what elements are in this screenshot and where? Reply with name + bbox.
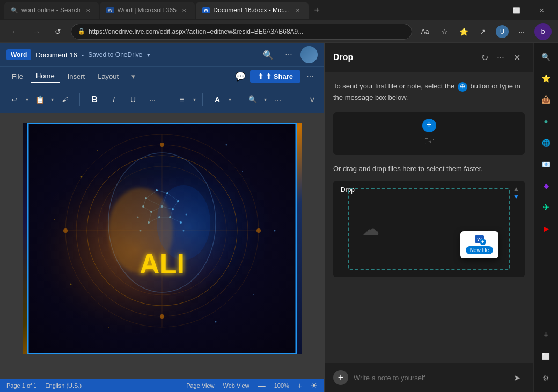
back-button[interactable]: ←: [6, 23, 24, 40]
page-view-btn[interactable]: Page View: [186, 382, 214, 389]
italic-button[interactable]: I: [106, 92, 122, 108]
drag-drop-section: Or drag and drop files here to select th…: [333, 164, 525, 175]
drop-body: To send your first file or note, select …: [325, 72, 533, 363]
note-input[interactable]: [354, 374, 503, 382]
reader-view-button[interactable]: Aa: [416, 23, 434, 40]
tab-word365[interactable]: W Word | Microsoft 365 ✕: [100, 2, 195, 19]
paste-button[interactable]: 📋: [32, 92, 48, 108]
url-bar[interactable]: 🔒 https://onedrive.live.com/edit.aspx?ac…: [71, 24, 412, 40]
drop-panel: Drop ↻ ··· ✕ To send your first file or …: [324, 43, 533, 392]
tab-word365-label: Word | Microsoft 365: [118, 6, 177, 14]
tab-search[interactable]: 🔍 word online - Search ✕: [4, 2, 99, 19]
comment-button[interactable]: 💬: [233, 69, 248, 84]
file-card: W + New file: [460, 231, 499, 258]
sidebar-icon-wallet[interactable]: 👜: [537, 90, 556, 109]
font-color-group: A ▾: [209, 92, 231, 108]
menu-home[interactable]: Home: [31, 70, 60, 83]
title-search-button[interactable]: 🔍: [260, 47, 277, 62]
favorites-button[interactable]: ☆: [436, 23, 453, 40]
save-chevron[interactable]: ▾: [147, 51, 150, 58]
ribbon-more-button[interactable]: ···: [270, 92, 286, 108]
maximize-button[interactable]: ⬜: [504, 2, 529, 19]
language-status[interactable]: English (U.S.): [45, 382, 82, 389]
web-view-btn[interactable]: Web View: [223, 382, 249, 389]
svg-point-52: [242, 171, 243, 172]
sidebar-icon-youtube[interactable]: ▶: [537, 219, 556, 238]
share-address-button[interactable]: ↗: [474, 23, 491, 40]
url-text: https://onedrive.live.com/edit.aspx?acti…: [89, 28, 405, 35]
user-avatar[interactable]: [300, 46, 318, 63]
cursor-pointer-icon: ☞: [424, 135, 435, 149]
font-more-button[interactable]: ···: [144, 92, 160, 108]
find-button[interactable]: 🔍: [245, 92, 261, 108]
doc-save-status[interactable]: Saved to OneDrive: [88, 51, 142, 58]
address-bar: ← → ↺ 🔒 https://onedrive.live.com/edit.a…: [0, 20, 558, 43]
drop-intro: To send your first file or note, select …: [333, 81, 525, 103]
file-card-icon-area: W +: [475, 235, 484, 243]
sidebar-add-button[interactable]: +: [537, 326, 556, 345]
new-file-badge[interactable]: New file: [466, 246, 494, 254]
close-button[interactable]: ✕: [529, 2, 554, 19]
accessibility-btn[interactable]: ☀: [311, 381, 318, 390]
bold-button[interactable]: B: [86, 92, 102, 108]
sidebar-icon-collections[interactable]: ⭐: [537, 69, 556, 88]
minimize-button[interactable]: —: [480, 2, 504, 19]
menu-file[interactable]: File: [6, 70, 28, 83]
align-chevron[interactable]: ▾: [193, 97, 196, 102]
zoom-out-btn[interactable]: —: [258, 381, 266, 390]
sidebar-icon-bing[interactable]: ◆: [537, 176, 556, 195]
drop-refresh-button[interactable]: ↻: [476, 49, 493, 65]
sidebar-icon-edge[interactable]: 🌐: [537, 133, 556, 152]
refresh-button[interactable]: ↺: [49, 23, 67, 40]
word-file-icon: W +: [475, 235, 484, 243]
find-chevron[interactable]: ▾: [264, 97, 267, 102]
footer-add-button[interactable]: +: [333, 370, 348, 385]
sidebar-icon-outlook[interactable]: 📧: [537, 154, 556, 174]
drop-intro-text1: To send your first file or note, select …: [333, 82, 454, 90]
font-color-button[interactable]: A: [209, 92, 225, 108]
send-button[interactable]: ➤: [509, 369, 525, 386]
collections-button[interactable]: ⭐: [455, 23, 472, 40]
ribbon-divider-1: [79, 93, 80, 106]
align-button[interactable]: ≡: [174, 92, 190, 108]
title-more-button[interactable]: ···: [281, 47, 296, 62]
arrow-down-icon: ▼: [513, 193, 519, 201]
format-painter-button[interactable]: 🖌: [57, 92, 73, 108]
sidebar-icon-settings[interactable]: ⚙: [537, 368, 556, 388]
svg-point-53: [70, 284, 72, 285]
undo-button[interactable]: ↩: [6, 92, 23, 108]
message-input-area[interactable]: + ☞: [333, 112, 525, 155]
drop-close-button[interactable]: ✕: [509, 49, 525, 65]
underline-button[interactable]: U: [125, 92, 141, 108]
menu-layout[interactable]: Layout: [92, 70, 124, 83]
bing-chat-button[interactable]: b: [534, 23, 552, 40]
tab-search-close[interactable]: ✕: [84, 6, 92, 14]
svg-point-54: [253, 294, 254, 295]
sidebar-icon-people[interactable]: ●: [537, 112, 556, 131]
word-document-area: Word Document 16 - Saved to OneDrive ▾ 🔍…: [0, 43, 324, 392]
tab-document[interactable]: W Document 16.docx - Microsoft W... ✕: [196, 2, 309, 19]
font-color-chevron[interactable]: ▾: [229, 97, 231, 102]
settings-button[interactable]: ···: [513, 23, 530, 40]
zoom-in-btn[interactable]: +: [298, 381, 302, 390]
forward-button[interactable]: →: [28, 23, 45, 40]
arrow-up-icon: ▲: [513, 185, 519, 193]
tab-word365-close[interactable]: ✕: [180, 6, 188, 14]
paste-chevron[interactable]: ▾: [51, 97, 54, 102]
undo-chevron[interactable]: ▾: [26, 97, 28, 102]
profile-button[interactable]: U: [494, 23, 511, 40]
share-button[interactable]: ⬆ ⬆ Share: [250, 70, 300, 83]
menu-insert[interactable]: Insert: [62, 70, 91, 83]
more-options-button[interactable]: ···: [303, 69, 318, 84]
new-tab-button[interactable]: +: [310, 3, 325, 18]
menu-expand[interactable]: ▾: [126, 70, 141, 83]
ribbon-expand-button[interactable]: ∨: [307, 94, 318, 105]
drop-zone[interactable]: Drop ▲ ▼ ☁ W +: [333, 181, 525, 277]
sidebar-icon-copilot[interactable]: ✈: [537, 197, 556, 217]
message-add-button[interactable]: +: [422, 119, 436, 132]
lock-icon: 🔒: [78, 28, 85, 35]
drop-more-button[interactable]: ···: [493, 49, 509, 65]
sidebar-icon-search[interactable]: 🔍: [537, 47, 556, 66]
tab-document-close[interactable]: ✕: [293, 6, 302, 14]
sidebar-icon-screen[interactable]: ⬜: [537, 347, 556, 366]
